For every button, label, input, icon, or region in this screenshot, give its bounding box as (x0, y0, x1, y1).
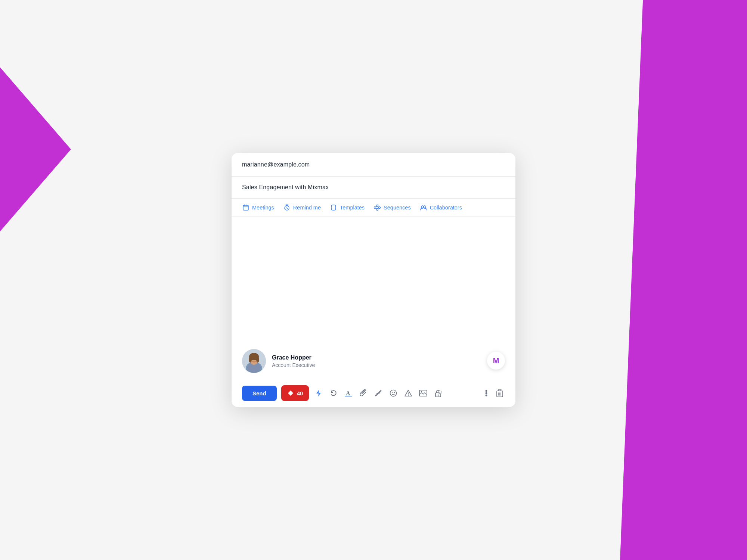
svg-line-12 (376, 206, 376, 207)
bg-shape-left (0, 67, 71, 231)
avatar-wrap (242, 349, 266, 373)
email-body[interactable] (232, 217, 515, 342)
svg-rect-32 (419, 390, 427, 396)
bg-shape-right (620, 0, 747, 560)
person-info: Grace Hopper Account Executive (272, 354, 315, 368)
font-icon[interactable]: A (343, 388, 354, 398)
calendar-icon (242, 204, 249, 211)
svg-line-15 (378, 208, 379, 209)
delete-icon[interactable] (495, 388, 505, 398)
svg-point-16 (421, 206, 424, 208)
send-button[interactable]: Send (242, 386, 277, 401)
warning-icon[interactable] (403, 388, 413, 398)
toolbar-row: Meetings Remind me Templates (232, 199, 515, 217)
svg-point-23 (249, 357, 252, 363)
svg-point-40 (486, 392, 487, 394)
schedule-count: 40 (297, 390, 303, 396)
paperclip-icon[interactable] (358, 388, 369, 398)
svg-point-29 (394, 392, 395, 393)
sequences-icon (374, 204, 381, 211)
svg-rect-7 (286, 205, 288, 206)
template-icon (330, 204, 337, 211)
mixmax-badge: M (487, 352, 505, 370)
svg-point-17 (424, 206, 426, 208)
toolbar-sequences[interactable]: Sequences (374, 204, 411, 211)
clock-icon (283, 204, 291, 211)
action-bar: Send 40 A (232, 379, 515, 407)
toolbar-templates[interactable]: Templates (330, 204, 365, 211)
to-field[interactable]: marianne@example.com (232, 153, 515, 177)
svg-point-41 (486, 395, 487, 396)
image-icon[interactable] (418, 388, 428, 398)
svg-point-10 (376, 209, 378, 211)
compose-window: marianne@example.com Sales Engagement wi… (232, 153, 515, 407)
templates-label: Templates (340, 205, 365, 211)
svg-point-8 (374, 207, 376, 209)
undo-icon[interactable] (328, 388, 339, 398)
emoji-icon[interactable] (388, 388, 399, 398)
link-icon[interactable] (373, 388, 384, 398)
lock-icon[interactable]: ! (433, 388, 443, 398)
avatar (242, 349, 266, 373)
toolbar-collaborators[interactable]: Collaborators (420, 204, 462, 211)
toolbar-remind[interactable]: Remind me (283, 204, 321, 211)
right-actions (481, 388, 505, 398)
svg-text:!: ! (439, 392, 440, 394)
subject-field-value[interactable]: Sales Engagement with Mixmax (242, 184, 329, 190)
more-options-icon[interactable] (481, 388, 492, 398)
svg-rect-0 (243, 205, 248, 210)
svg-point-28 (392, 392, 393, 393)
toolbar-meetings[interactable]: Meetings (242, 204, 274, 211)
collaborators-icon (420, 204, 427, 211)
collaborators-label: Collaborators (430, 205, 462, 211)
svg-line-13 (376, 208, 376, 209)
meetings-label: Meetings (252, 205, 274, 211)
bolt-icon[interactable] (313, 388, 324, 398)
person-section: Grace Hopper Account Executive M (232, 342, 515, 379)
svg-line-14 (378, 206, 379, 207)
svg-point-27 (390, 390, 397, 396)
svg-line-6 (287, 208, 288, 209)
svg-point-39 (486, 390, 487, 392)
remind-label: Remind me (293, 205, 321, 211)
person-name: Grace Hopper (272, 354, 315, 361)
svg-point-24 (256, 357, 259, 363)
schedule-button[interactable]: 40 (281, 385, 309, 401)
svg-point-11 (379, 207, 381, 209)
svg-point-9 (376, 205, 378, 207)
subject-field[interactable]: Sales Engagement with Mixmax (232, 177, 515, 199)
sequences-label: Sequences (384, 205, 411, 211)
svg-point-33 (421, 391, 422, 393)
svg-point-31 (408, 395, 409, 396)
svg-text:A: A (346, 390, 350, 396)
to-field-value[interactable]: marianne@example.com (242, 161, 310, 168)
person-title: Account Executive (272, 362, 315, 368)
mixmax-logo: M (493, 357, 499, 365)
